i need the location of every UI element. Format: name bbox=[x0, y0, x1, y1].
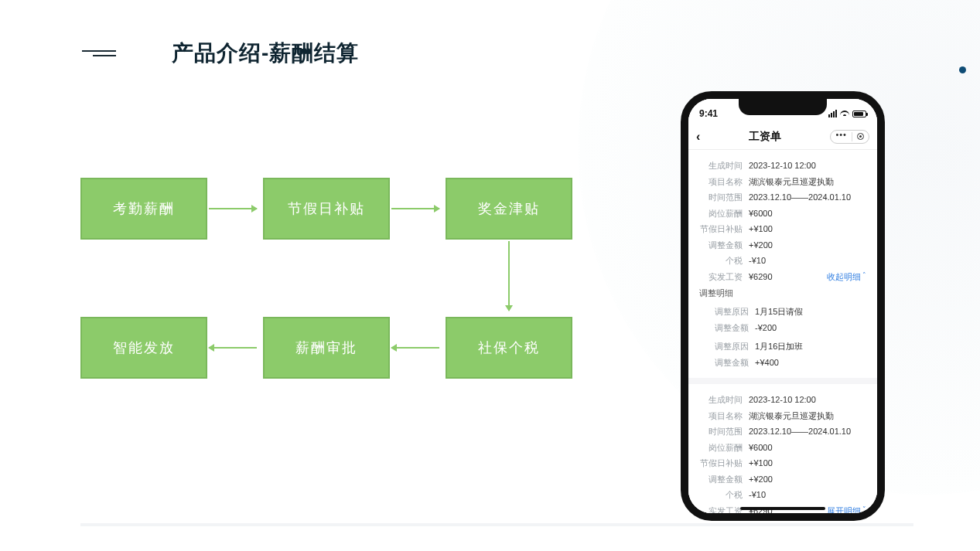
decorative-dot bbox=[959, 66, 966, 73]
status-time: 9:41 bbox=[699, 108, 718, 119]
target-icon bbox=[857, 133, 864, 140]
flow-arrow bbox=[209, 347, 257, 349]
value-range: 2023.12.10——2024.01.10 bbox=[749, 191, 866, 204]
value-range: 2023.12.10——2024.01.10 bbox=[749, 425, 866, 438]
nav-bar: ‹ 工资单 ••• bbox=[688, 124, 877, 150]
value-amount: +¥400 bbox=[755, 356, 866, 369]
flow-arrow bbox=[209, 208, 257, 209]
phone-screen: 9:41 ‹ 工资单 ••• 生成时间2023-12-10 12:00 bbox=[688, 99, 877, 513]
flow-node-salary-approval: 薪酬审批 bbox=[263, 317, 390, 379]
flow-node-holiday-allowance: 节假日补贴 bbox=[263, 178, 390, 240]
value-tax: -¥10 bbox=[749, 254, 866, 267]
signal-icon bbox=[828, 110, 837, 117]
adjust-detail-item: 调整原因1月16日加班 调整金额+¥400 bbox=[688, 338, 877, 370]
value-adjust: +¥200 bbox=[749, 473, 866, 486]
battery-icon bbox=[852, 111, 866, 117]
value-project: 湖滨银泰元旦巡逻执勤 bbox=[749, 175, 866, 189]
header-decor-lines bbox=[82, 50, 116, 56]
footer-divider bbox=[80, 523, 913, 526]
phone-mockup: 9:41 ‹ 工资单 ••• 生成时间2023-12-10 12:00 bbox=[681, 91, 885, 521]
value-base: ¥6000 bbox=[749, 441, 866, 454]
label-tax: 个税 bbox=[699, 254, 743, 267]
label-project: 项目名称 bbox=[699, 175, 743, 189]
flow-node-social-tax: 社保个税 bbox=[446, 317, 572, 379]
flow-node-attendance-salary: 考勤薪酬 bbox=[80, 178, 207, 240]
detail-section-title: 调整明细 bbox=[688, 284, 877, 301]
adjust-detail-item: 调整原因1月15日请假 调整金额-¥200 bbox=[688, 304, 877, 335]
value-holiday: +¥100 bbox=[749, 223, 866, 236]
label-adjust: 调整金额 bbox=[699, 239, 743, 252]
value-tax: -¥10 bbox=[749, 488, 866, 502]
flow-arrow bbox=[391, 347, 439, 349]
value-holiday: +¥100 bbox=[749, 457, 866, 470]
value-base: ¥6000 bbox=[749, 207, 866, 220]
collapse-detail-link[interactable]: 收起明细˄ bbox=[827, 270, 866, 284]
phone-notch bbox=[739, 98, 827, 115]
payslip-card: 生成时间2023-12-10 12:00 项目名称湖滨银泰元旦巡逻执勤 时间范围… bbox=[688, 384, 877, 513]
wifi-icon bbox=[840, 111, 849, 117]
value-gen-time: 2023-12-10 12:00 bbox=[749, 393, 866, 406]
payslip-card: 生成时间2023-12-10 12:00 项目名称湖滨银泰元旦巡逻执勤 时间范围… bbox=[688, 150, 877, 378]
miniapp-menu[interactable]: ••• bbox=[830, 130, 869, 144]
value-adjust: +¥200 bbox=[749, 239, 866, 252]
value-reason: 1月15日请假 bbox=[755, 305, 866, 318]
page-header: 产品介绍-薪酬结算 bbox=[82, 39, 359, 68]
label-net: 实发工资 bbox=[699, 270, 743, 284]
chevron-up-icon: ˄ bbox=[862, 270, 866, 281]
flow-node-smart-payout: 智能发放 bbox=[80, 317, 207, 379]
home-indicator bbox=[740, 507, 825, 510]
flow-arrow bbox=[391, 208, 439, 209]
chevron-down-icon: ˅ bbox=[862, 505, 866, 513]
value-reason: 1月16日加班 bbox=[755, 340, 866, 353]
page-title: 产品介绍-薪酬结算 bbox=[172, 39, 359, 68]
value-project: 湖滨银泰元旦巡逻执勤 bbox=[749, 410, 866, 423]
expand-detail-link[interactable]: 展开明细˅ bbox=[827, 505, 866, 514]
label-gen-time: 生成时间 bbox=[699, 159, 743, 172]
screen-content[interactable]: 生成时间2023-12-10 12:00 项目名称湖滨银泰元旦巡逻执勤 时间范围… bbox=[688, 150, 877, 513]
value-amount: -¥200 bbox=[755, 321, 866, 335]
back-button[interactable]: ‹ bbox=[696, 130, 700, 144]
nav-title: 工资单 bbox=[749, 130, 781, 144]
flow-node-bonus: 奖金津贴 bbox=[446, 178, 572, 240]
flow-diagram: 考勤薪酬 节假日补贴 奖金津贴 智能发放 薪酬审批 社保个税 bbox=[80, 178, 572, 380]
label-range: 时间范围 bbox=[699, 191, 743, 204]
value-gen-time: 2023-12-10 12:00 bbox=[749, 159, 866, 172]
label-holiday: 节假日补贴 bbox=[699, 223, 743, 236]
more-icon: ••• bbox=[835, 131, 847, 139]
label-base: 岗位薪酬 bbox=[699, 207, 743, 220]
flow-arrow bbox=[508, 241, 510, 311]
value-net: ¥6290 bbox=[749, 270, 827, 284]
